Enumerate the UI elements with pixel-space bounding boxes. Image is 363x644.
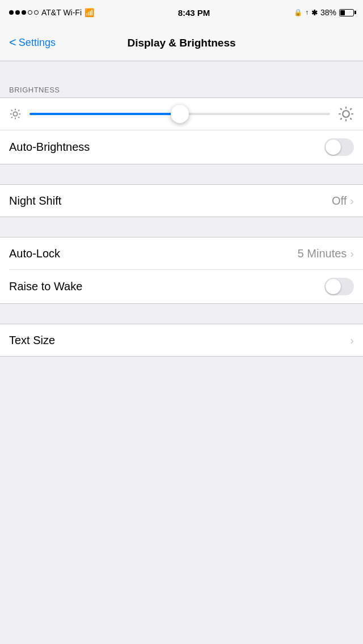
svg-line-7 <box>18 110 19 111</box>
back-button[interactable]: < Settings <box>9 37 56 49</box>
svg-line-8 <box>11 117 12 118</box>
brightness-slider[interactable] <box>29 113 330 115</box>
battery-percent: 38% <box>320 8 336 17</box>
lock-icon: 🔒 <box>294 9 302 16</box>
svg-line-14 <box>340 108 341 109</box>
dot-3 <box>22 10 26 15</box>
svg-line-17 <box>340 118 341 119</box>
raise-to-wake-toggle[interactable] <box>324 278 354 295</box>
svg-line-5 <box>11 110 12 111</box>
brightness-card: Auto-Brightness <box>0 98 363 164</box>
text-size-row[interactable]: Text Size › <box>0 324 363 356</box>
auto-brightness-row: Auto-Brightness <box>0 130 363 164</box>
dot-1 <box>9 10 14 15</box>
gap-2 <box>0 217 363 237</box>
raise-to-wake-row: Raise to Wake <box>0 270 363 303</box>
signal-dots <box>9 10 39 15</box>
auto-lock-row[interactable]: Auto-Lock 5 Minutes › <box>0 238 363 269</box>
sun-small-icon <box>9 108 22 120</box>
slider-track <box>29 113 330 115</box>
raise-to-wake-label: Raise to Wake <box>9 280 82 293</box>
brightness-section-header: BRIGHTNESS <box>0 81 363 98</box>
lock-wake-card: Auto-Lock 5 Minutes › Raise to Wake <box>0 237 363 304</box>
gap-1 <box>0 164 363 184</box>
svg-line-16 <box>350 108 351 109</box>
toggle-knob <box>326 139 341 155</box>
text-size-right: › <box>350 334 354 347</box>
sun-large-icon <box>338 106 354 122</box>
svg-point-9 <box>343 111 349 117</box>
night-shift-row[interactable]: Night Shift Off › <box>0 185 363 217</box>
wifi-icon: 📶 <box>85 8 94 17</box>
location-icon: ↑ <box>305 9 309 16</box>
auto-brightness-label: Auto-Brightness <box>9 141 90 154</box>
slider-thumb[interactable] <box>171 105 189 123</box>
page-title: Display & Brightness <box>127 37 235 49</box>
navigation-bar: < Settings Display & Brightness <box>0 25 363 61</box>
auto-lock-value: 5 Minutes <box>298 247 347 260</box>
status-bar: AT&T Wi-Fi 📶 8:43 PM 🔒 ↑ ✱ 38% <box>0 0 363 25</box>
night-shift-label: Night Shift <box>9 194 61 207</box>
dot-4 <box>28 10 32 15</box>
raise-to-wake-knob <box>326 279 341 294</box>
status-right: 🔒 ↑ ✱ 38% <box>294 8 354 17</box>
svg-line-6 <box>18 117 19 118</box>
text-size-card[interactable]: Text Size › <box>0 324 363 357</box>
top-gap <box>0 61 363 81</box>
night-shift-right: Off › <box>332 194 354 207</box>
brightness-slider-row <box>0 98 363 130</box>
night-shift-chevron-icon: › <box>350 194 354 207</box>
night-shift-value: Off <box>332 194 347 207</box>
text-size-label: Text Size <box>9 334 55 347</box>
gap-3 <box>0 304 363 324</box>
status-left: AT&T Wi-Fi 📶 <box>9 8 94 17</box>
slider-fill <box>29 113 180 115</box>
auto-lock-chevron-icon: › <box>350 247 354 260</box>
back-chevron-icon: < <box>9 36 16 49</box>
svg-line-15 <box>350 118 351 119</box>
bluetooth-icon: ✱ <box>311 9 318 17</box>
auto-brightness-toggle[interactable] <box>324 138 354 156</box>
svg-point-0 <box>13 112 17 116</box>
night-shift-card[interactable]: Night Shift Off › <box>0 184 363 217</box>
back-label: Settings <box>19 37 56 49</box>
auto-lock-label: Auto-Lock <box>9 247 60 260</box>
text-size-chevron-icon: › <box>350 334 354 347</box>
status-time: 8:43 PM <box>178 8 210 18</box>
carrier-label: AT&T Wi-Fi <box>41 8 82 17</box>
auto-lock-right: 5 Minutes › <box>298 247 354 260</box>
battery-icon <box>339 9 354 16</box>
dot-5 <box>34 10 39 15</box>
dot-2 <box>15 10 20 15</box>
